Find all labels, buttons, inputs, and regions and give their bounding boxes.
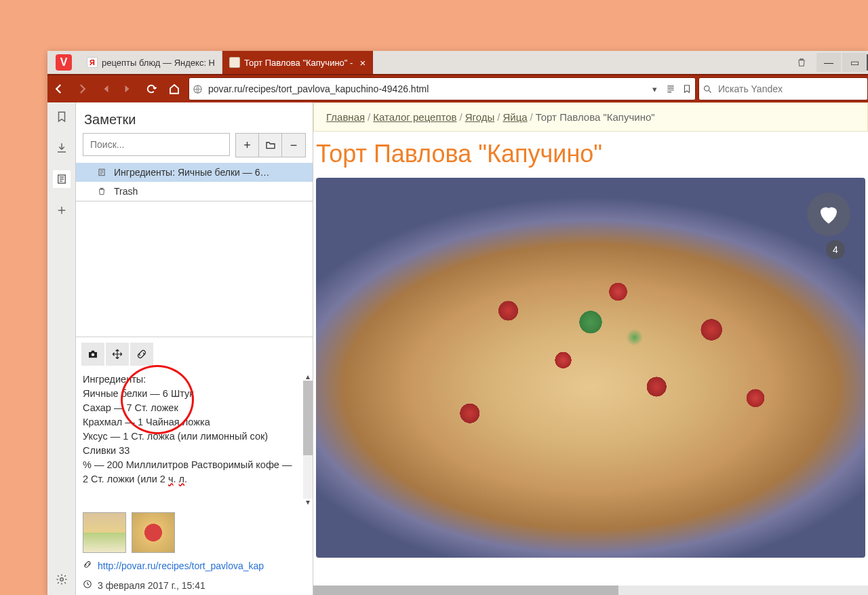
note-tools	[76, 337, 313, 370]
notes-search-input[interactable]	[83, 133, 230, 156]
link-to-page-icon[interactable]	[130, 343, 153, 366]
breadcrumb-item[interactable]: Яйца	[502, 111, 527, 123]
note-text-line: Яичные белки — 6 Штук	[83, 387, 306, 401]
new-folder-button[interactable]	[259, 134, 282, 157]
notes-toolbar: + −	[76, 133, 313, 163]
attachment-thumbnail[interactable]	[83, 512, 126, 553]
search-icon	[699, 84, 715, 94]
rewind-button[interactable]	[94, 75, 117, 103]
browser-window: V Ярецепты блюд — Яндекс: НТорт Павлова …	[47, 51, 868, 595]
horizontal-scrollbar[interactable]	[313, 586, 868, 595]
breadcrumb-item[interactable]: Главная	[326, 111, 365, 123]
back-button[interactable]	[47, 75, 71, 103]
webpage-content: Главная/Каталог рецептов/Ягоды/Яйца/Торт…	[313, 102, 868, 595]
window-controls: — ▭	[789, 51, 868, 74]
add-note-button[interactable]: +	[236, 134, 259, 157]
source-link[interactable]: http://povar.ru/recipes/tort_pavlova_kaр	[98, 560, 264, 571]
tab-favicon-icon	[229, 57, 240, 68]
svg-point-5	[92, 353, 95, 356]
note-item-title: Trash	[114, 186, 138, 197]
note-source-link: http://povar.ru/recipes/tort_pavlova_kaр	[76, 556, 313, 575]
side-panel-bar	[47, 102, 76, 595]
note-text-line: Ингредиенты:	[83, 372, 306, 387]
note-text-line: % — 200 Миллилитров Растворимый кофе — 2…	[83, 458, 306, 486]
note-attachments	[76, 510, 313, 556]
notes-heading: Заметки	[76, 102, 313, 133]
svg-point-1	[704, 85, 709, 91]
forward-button[interactable]	[71, 75, 94, 103]
note-list-item[interactable]: Ингредиенты: Яичные белки — 6…	[76, 163, 313, 182]
app-logo-icon: V	[56, 54, 72, 71]
notes-button-group: + −	[235, 133, 306, 157]
navigation-bar: ▾	[47, 74, 868, 102]
note-date: 3 февраля 2017 г., 15:41	[76, 575, 313, 595]
svg-point-3	[60, 578, 63, 581]
tab-strip: Ярецепты блюд — Яндекс: НТорт Павлова "К…	[80, 51, 849, 74]
breadcrumb-item: Торт Павлова "Капучино"	[536, 111, 655, 123]
title-bar: V Ярецепты блюд — Яндекс: НТорт Павлова …	[47, 51, 868, 74]
minimize-button[interactable]: —	[816, 53, 841, 72]
note-icon	[96, 167, 107, 178]
note-item-title: Ингредиенты: Яичные белки — 6…	[114, 167, 269, 178]
attachment-thumbnail[interactable]	[132, 512, 175, 553]
downloads-panel-icon[interactable]	[53, 139, 71, 157]
favorite-button[interactable]	[807, 193, 850, 236]
tab-title: рецепты блюд — Яндекс: Н	[102, 58, 215, 68]
clock-icon	[83, 579, 92, 591]
move-icon[interactable]	[106, 343, 129, 366]
tab-favicon-icon: Я	[87, 57, 98, 68]
note-scrollbar[interactable]	[303, 381, 313, 499]
fast-forward-button[interactable]	[117, 75, 140, 103]
close-tab-icon[interactable]: ×	[359, 57, 366, 69]
trash-tab-button[interactable]	[789, 53, 814, 72]
date-text: 3 февраля 2017 г., 15:41	[98, 580, 205, 591]
note-list-item[interactable]: Trash	[76, 182, 313, 201]
note-text-line: Крахмал — 1 Чайная ложка	[83, 415, 306, 429]
notes-list: Ингредиенты: Яичные белки — 6…Trash	[76, 163, 313, 201]
tab-title: Торт Павлова "Капучино" -	[244, 58, 353, 68]
site-info-icon[interactable]	[189, 84, 205, 94]
search-box[interactable]	[698, 77, 868, 100]
search-input[interactable]	[715, 83, 867, 94]
add-panel-icon[interactable]	[53, 201, 71, 219]
heart-icon	[816, 202, 841, 227]
tab[interactable]: Ярецепты блюд — Яндекс: Н	[80, 51, 222, 74]
notes-panel: Заметки + − Ингредиенты: Яичные белки — …	[76, 102, 313, 595]
bookmark-icon[interactable]	[679, 78, 695, 100]
reader-mode-icon[interactable]	[663, 78, 679, 100]
favorite-count: 4	[826, 240, 845, 259]
camera-icon[interactable]	[81, 343, 104, 366]
reload-button[interactable]	[140, 75, 163, 103]
page-title: Торт Павлова "Капучино"	[313, 132, 868, 178]
maximize-button[interactable]: ▭	[842, 53, 867, 72]
trash-icon	[96, 186, 107, 197]
tab[interactable]: Торт Павлова "Капучино" -×	[222, 51, 373, 74]
address-bar[interactable]: ▾	[189, 77, 696, 100]
breadcrumb-item[interactable]: Ягоды	[465, 111, 495, 123]
link-icon	[83, 560, 92, 571]
url-input[interactable]	[205, 83, 646, 94]
settings-icon[interactable]	[53, 571, 71, 588]
note-body[interactable]: ▴ ▾ Ингредиенты:Яичные белки — 6 ШтукСах…	[76, 370, 313, 510]
home-button[interactable]	[163, 75, 186, 103]
notes-panel-icon[interactable]	[53, 170, 71, 188]
dropdown-icon[interactable]: ▾	[646, 78, 663, 100]
remove-note-button[interactable]: −	[282, 134, 305, 157]
recipe-image: 4	[316, 178, 865, 558]
breadcrumb: Главная/Каталог рецептов/Ягоды/Яйца/Торт…	[313, 102, 868, 132]
breadcrumb-item[interactable]: Каталог рецептов	[373, 111, 456, 123]
bookmarks-panel-icon[interactable]	[53, 108, 71, 126]
note-text-line: Сахар — 7 Ст. ложек	[83, 401, 306, 415]
note-text-line: Уксус — 1 Ст. ложка (или лимонный сок) С…	[83, 429, 306, 458]
